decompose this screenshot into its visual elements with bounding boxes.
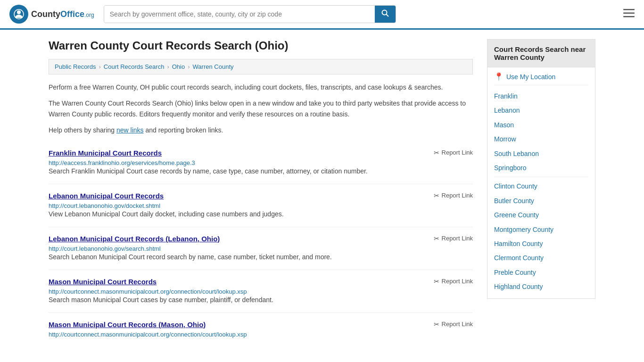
sidebar-city-link[interactable]: Lebanon — [494, 103, 588, 117]
report-link-label: Report Link — [442, 149, 473, 156]
use-location-label: Use My Location — [506, 73, 555, 81]
breadcrumb-sep-1: › — [99, 63, 100, 70]
sidebar-section: 📍 Use My Location FranklinLebanonMasonMo… — [487, 67, 595, 299]
report-link-label: Report Link — [442, 278, 473, 285]
new-links-link[interactable]: new links — [116, 126, 144, 134]
result-url[interactable]: http://court.lebanonohio.gov/docket.shtm… — [49, 202, 160, 209]
result-url[interactable]: http://courtconnect.masonmunicipalcourt.… — [49, 288, 247, 295]
result-desc: Search Franklin Municipal Court case rec… — [49, 166, 473, 176]
sidebar-cities: FranklinLebanonMasonMorrowSouth LebanonS… — [494, 89, 588, 175]
report-link[interactable]: ✂ Report Link — [434, 192, 473, 199]
results-list: Franklin Municipal Court Records ✂ Repor… — [49, 141, 473, 346]
result-title[interactable]: Mason Municipal Court Records — [49, 278, 157, 286]
result-title[interactable]: Franklin Municipal Court Records — [49, 149, 162, 157]
result-title[interactable]: Lebanon Municipal Court Records — [49, 192, 164, 200]
content-area: Warren County Court Records Search (Ohio… — [49, 39, 473, 346]
header: CountyOffice.org — [0, 0, 644, 30]
svg-rect-4 — [623, 9, 635, 10]
report-link-label: Report Link — [442, 321, 473, 328]
breadcrumb-warren-county[interactable]: Warren County — [193, 63, 234, 70]
description-para3: Help others by sharing new links and rep… — [49, 125, 473, 135]
logo-icon — [9, 5, 28, 24]
sidebar-city-link[interactable]: Morrow — [494, 132, 588, 146]
description-para2: The Warren County Court Records Search (… — [49, 98, 473, 119]
sidebar-county-link[interactable]: Highland County — [494, 280, 588, 294]
menu-icon[interactable] — [623, 8, 635, 20]
result-url[interactable]: http://eaccess.franklinohio.org/eservice… — [49, 159, 195, 166]
result-desc: Search mason Municipal Court cases by ca… — [49, 295, 473, 305]
result-item: Lebanon Municipal Court Records (Lebanon… — [49, 227, 473, 270]
sidebar-city-link[interactable]: Springboro — [494, 161, 588, 175]
breadcrumb: Public Records › Court Records Search › … — [49, 59, 473, 74]
location-pin-icon: 📍 — [494, 72, 504, 81]
svg-point-2 — [382, 10, 387, 15]
sidebar-divider — [494, 177, 588, 177]
svg-point-0 — [17, 10, 21, 14]
sidebar-city-link[interactable]: Mason — [494, 118, 588, 132]
result-url[interactable]: http://court.lebanonohio.gov/search.shtm… — [49, 245, 161, 252]
page-title: Warren County Court Records Search (Ohio… — [49, 39, 473, 52]
result-desc: Search Lebanon Municipal Court record se… — [49, 252, 473, 262]
result-title[interactable]: Lebanon Municipal Court Records (Lebanon… — [49, 235, 220, 243]
report-icon: ✂ — [434, 235, 439, 242]
result-desc: View Lebanon Municipal Court daily docke… — [49, 209, 473, 219]
report-link[interactable]: ✂ Report Link — [434, 278, 473, 285]
svg-rect-6 — [623, 16, 635, 17]
sidebar-county-link[interactable]: Montgomery County — [494, 222, 588, 237]
result-item: Mason Municipal Court Records ✂ Report L… — [49, 270, 473, 313]
result-header: Lebanon Municipal Court Records (Lebanon… — [49, 235, 473, 243]
result-item: Franklin Municipal Court Records ✂ Repor… — [49, 141, 473, 184]
report-icon: ✂ — [434, 278, 439, 285]
report-link[interactable]: ✂ Report Link — [434, 235, 473, 242]
result-item: Lebanon Municipal Court Records ✂ Report… — [49, 184, 473, 227]
search-button[interactable] — [375, 6, 396, 23]
result-title[interactable]: Mason Municipal Court Records (Mason, Oh… — [49, 321, 206, 329]
sidebar-header: Court Records Search near Warren County — [487, 39, 595, 67]
search-input[interactable] — [104, 6, 375, 23]
sidebar-counties: Clinton CountyButler CountyGreene County… — [494, 179, 588, 294]
sidebar-city-link[interactable]: South Lebanon — [494, 147, 588, 161]
breadcrumb-court-records[interactable]: Court Records Search — [104, 63, 165, 70]
sidebar-city-link[interactable]: Franklin — [494, 89, 588, 103]
breadcrumb-public-records[interactable]: Public Records — [55, 63, 96, 70]
result-header: Franklin Municipal Court Records ✂ Repor… — [49, 149, 473, 157]
main-container: Warren County Court Records Search (Ohio… — [39, 30, 605, 355]
result-header: Mason Municipal Court Records ✂ Report L… — [49, 278, 473, 286]
sidebar-county-link[interactable]: Preble County — [494, 265, 588, 280]
report-link[interactable]: ✂ Report Link — [434, 149, 473, 156]
report-link-label: Report Link — [442, 235, 473, 242]
search-bar — [104, 5, 396, 23]
sidebar: Court Records Search near Warren County … — [487, 39, 595, 346]
report-icon: ✂ — [434, 149, 439, 156]
result-url[interactable]: http://courtconnect.masonmunicipalcourt.… — [49, 331, 247, 338]
breadcrumb-ohio[interactable]: Ohio — [172, 63, 185, 70]
report-link[interactable]: ✂ Report Link — [434, 321, 473, 328]
sidebar-county-link[interactable]: Clinton County — [494, 179, 588, 193]
breadcrumb-sep-3: › — [188, 63, 190, 70]
result-header: Lebanon Municipal Court Records ✂ Report… — [49, 192, 473, 200]
sidebar-county-link[interactable]: Hamilton County — [494, 237, 588, 251]
svg-line-3 — [386, 15, 388, 17]
breadcrumb-sep-2: › — [167, 63, 169, 70]
result-item: Mason Municipal Court Records (Mason, Oh… — [49, 313, 473, 346]
report-link-label: Report Link — [442, 192, 473, 199]
use-location[interactable]: 📍 Use My Location — [494, 72, 588, 85]
sidebar-county-link[interactable]: Greene County — [494, 208, 588, 222]
description-para1: Perform a free Warren County, OH public … — [49, 82, 473, 92]
logo-text: CountyOffice.org — [31, 9, 94, 19]
result-header: Mason Municipal Court Records (Mason, Oh… — [49, 321, 473, 329]
sidebar-county-link[interactable]: Clermont County — [494, 251, 588, 265]
logo[interactable]: CountyOffice.org — [9, 5, 94, 24]
report-icon: ✂ — [434, 321, 439, 328]
svg-rect-5 — [623, 13, 635, 14]
sidebar-county-link[interactable]: Butler County — [494, 194, 588, 208]
report-icon: ✂ — [434, 192, 439, 199]
